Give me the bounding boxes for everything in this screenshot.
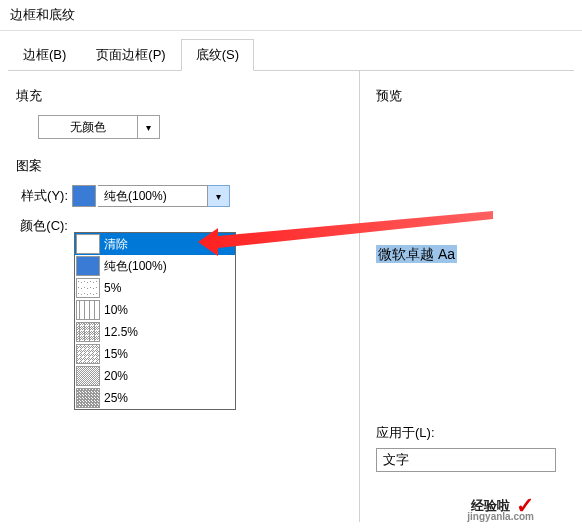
style-option[interactable]: 10% <box>75 299 235 321</box>
chevron-down-icon: ▾ <box>216 191 221 202</box>
style-option-label: 10% <box>104 303 128 317</box>
style-option[interactable]: 纯色(100%) <box>75 255 235 277</box>
style-option-swatch <box>76 322 100 342</box>
style-option-label: 清除 <box>104 236 128 253</box>
style-option[interactable]: 清除 <box>75 233 235 255</box>
style-option-label: 20% <box>104 369 128 383</box>
tabs: 边框(B) 页面边框(P) 底纹(S) <box>8 39 574 71</box>
fill-section-label: 填充 <box>16 87 343 105</box>
dialog-title: 边框和底纹 <box>0 0 582 31</box>
preview-label: 预览 <box>376 87 582 105</box>
style-select[interactable]: 纯色(100%) <box>98 185 208 207</box>
style-option-swatch <box>76 300 100 320</box>
style-option-swatch <box>76 366 100 386</box>
style-option-label: 12.5% <box>104 325 138 339</box>
style-dropdown-list: 清除纯色(100%)5%10%12.5%15%20%25% <box>74 232 236 410</box>
style-option[interactable]: 12.5% <box>75 321 235 343</box>
style-option-swatch <box>76 344 100 364</box>
tab-shading[interactable]: 底纹(S) <box>181 39 254 71</box>
style-option[interactable]: 15% <box>75 343 235 365</box>
style-option-label: 纯色(100%) <box>104 258 167 275</box>
tab-border[interactable]: 边框(B) <box>8 39 81 71</box>
style-option[interactable]: 5% <box>75 277 235 299</box>
preview-area: 微软卓越 Aa <box>376 245 582 264</box>
tab-shading-label: 底纹(S) <box>196 47 239 62</box>
style-swatch <box>72 185 96 207</box>
watermark-url: jingyanla.com <box>467 511 534 522</box>
style-option-swatch <box>76 278 100 298</box>
apply-select[interactable]: 文字 <box>376 448 556 472</box>
tab-page-border-label: 页面边框(P) <box>96 47 165 62</box>
style-select-value: 纯色(100%) <box>104 188 167 205</box>
tab-page-border[interactable]: 页面边框(P) <box>81 39 180 71</box>
style-option[interactable]: 25% <box>75 387 235 409</box>
style-option-label: 5% <box>104 281 121 295</box>
style-option-swatch <box>76 388 100 408</box>
style-dropdown-arrow[interactable]: ▾ <box>208 185 230 207</box>
style-label: 样式(Y): <box>16 187 72 205</box>
chevron-down-icon: ▾ <box>146 122 151 133</box>
style-option-label: 15% <box>104 347 128 361</box>
tab-border-label: 边框(B) <box>23 47 66 62</box>
fill-color-dropdown-arrow[interactable]: ▾ <box>138 115 160 139</box>
style-option-swatch <box>76 234 100 254</box>
style-option-swatch <box>76 256 100 276</box>
pattern-section-label: 图案 <box>16 157 343 175</box>
right-panel: 预览 微软卓越 Aa 应用于(L): 文字 <box>360 71 582 522</box>
apply-label: 应用于(L): <box>376 424 582 442</box>
style-option-label: 25% <box>104 391 128 405</box>
preview-sample-text: 微软卓越 Aa <box>376 245 457 263</box>
style-option[interactable]: 20% <box>75 365 235 387</box>
apply-select-value: 文字 <box>383 451 409 469</box>
fill-color-select[interactable]: 无颜色 <box>38 115 138 139</box>
color-label: 颜色(C): <box>16 217 72 235</box>
fill-color-value: 无颜色 <box>70 119 106 136</box>
watermark: 经验啦 ✓ jingyanla.com <box>471 493 534 519</box>
